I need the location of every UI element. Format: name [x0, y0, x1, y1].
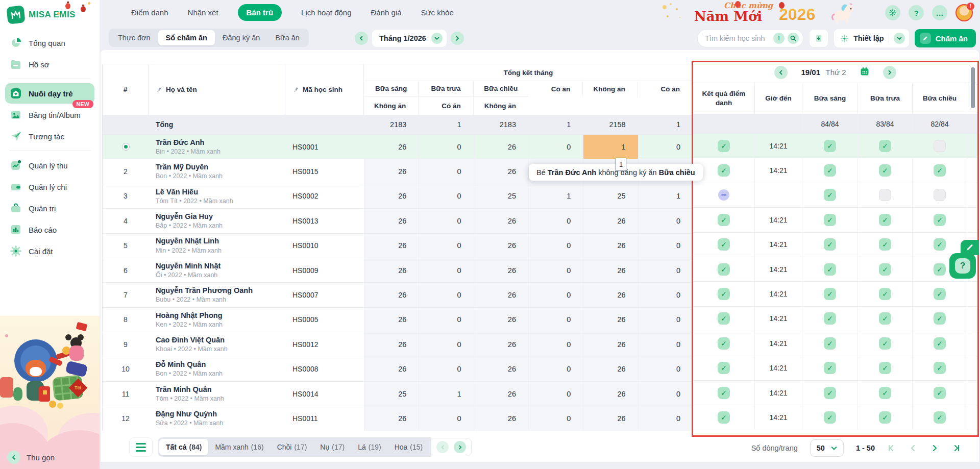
- meal-count-cell[interactable]: 26: [364, 135, 419, 159]
- check-icon[interactable]: ✓: [824, 140, 836, 152]
- sidebar-item-chart[interactable]: Quản lý thu: [5, 155, 94, 176]
- check-icon[interactable]: ✓: [718, 362, 730, 374]
- brand-logo[interactable]: MISA EMIS: [0, 0, 100, 28]
- day-row[interactable]: ✓14:21✓✓✓: [693, 405, 977, 430]
- class-tab[interactable]: Lá(19): [351, 439, 387, 455]
- meal-check-cell[interactable]: ✓: [858, 257, 913, 281]
- student-name-cell[interactable]: Nguyễn Gia HuyBắp • 2022 • Mầm xanh: [149, 209, 285, 233]
- day-row[interactable]: ✓14:21✓✓✓: [693, 257, 977, 282]
- unchecked-icon[interactable]: [934, 189, 946, 201]
- meal-check-cell[interactable]: ✓: [802, 307, 858, 331]
- apps-gear-icon[interactable]: [885, 5, 900, 20]
- table-row[interactable]: 10Đỗ Minh QuânBon • 2022 • Mầm xanhHS000…: [103, 357, 692, 381]
- check-icon[interactable]: ✓: [934, 411, 946, 424]
- nav-tab[interactable]: Sức khỏe: [421, 8, 454, 17]
- meal-count-cell[interactable]: 0: [419, 184, 473, 208]
- meal-check-cell[interactable]: ✓: [858, 405, 913, 429]
- nav-tab[interactable]: Lịch hoạt động: [301, 8, 351, 17]
- meal-count-cell[interactable]: 26: [583, 357, 638, 381]
- tabs-next-button[interactable]: [454, 441, 466, 453]
- meal-count-cell[interactable]: 26: [474, 258, 528, 282]
- sidebar-item-report[interactable]: Báo cáo: [5, 219, 94, 240]
- mark-meal-button[interactable]: Chấm ăn: [915, 29, 976, 47]
- meal-check-cell[interactable]: ✓: [858, 134, 913, 158]
- meal-count-cell[interactable]: 0: [638, 406, 693, 430]
- student-name-cell[interactable]: Nguyễn Trần Phương OanhBubu • 2022 • Mầm…: [149, 283, 285, 307]
- meal-check-cell[interactable]: ✓: [858, 381, 913, 405]
- meal-count-cell[interactable]: 26: [583, 332, 638, 356]
- meal-check-cell[interactable]: ✓: [913, 356, 967, 380]
- meal-check-cell[interactable]: ✓: [802, 405, 858, 429]
- meal-check-cell[interactable]: [858, 183, 913, 207]
- meal-check-cell[interactable]: ✓: [858, 208, 913, 232]
- student-name-cell[interactable]: Nguyễn Nhật LinhMin • 2022 • Mầm xanh: [149, 234, 285, 258]
- meal-check-cell[interactable]: ✓: [802, 356, 858, 380]
- sidebar-item-wallet[interactable]: Quản lý chi: [5, 177, 94, 197]
- meal-check-cell[interactable]: ✓: [913, 208, 967, 232]
- meal-count-cell[interactable]: 0: [419, 234, 473, 258]
- unchecked-icon[interactable]: [934, 140, 946, 152]
- check-icon[interactable]: ✓: [879, 362, 891, 374]
- sidebar-item-folder[interactable]: Hồ sơ: [5, 54, 94, 75]
- attendance-cell[interactable]: ✓: [693, 134, 755, 158]
- meal-count-cell[interactable]: 0: [638, 283, 693, 307]
- meal-check-cell[interactable]: ✓: [858, 233, 913, 257]
- meal-count-cell[interactable]: 0: [528, 406, 583, 430]
- check-icon[interactable]: ✓: [934, 337, 946, 350]
- sidebar-item-paper-plane[interactable]: Tương tác: [5, 126, 94, 146]
- meal-count-cell[interactable]: 0: [638, 135, 693, 159]
- student-name-cell[interactable]: Trần Mỹ DuyênBon • 2022 • Mầm xanh: [149, 159, 285, 183]
- check-icon[interactable]: ✓: [824, 312, 836, 325]
- minus-icon[interactable]: −: [718, 189, 729, 201]
- meal-check-cell[interactable]: ✓: [913, 331, 967, 355]
- day-row[interactable]: ✓14:21✓✓✓: [693, 331, 977, 356]
- table-row[interactable]: 5Nguyễn Nhật LinhMin • 2022 • Mầm xanhHS…: [103, 233, 692, 258]
- day-row[interactable]: ✓14:21✓✓✓: [693, 307, 977, 331]
- check-icon[interactable]: ✓: [879, 140, 891, 152]
- prev-page-button[interactable]: [909, 443, 918, 453]
- meal-count-cell[interactable]: 26: [474, 159, 528, 183]
- help-fab[interactable]: ?: [949, 253, 976, 279]
- meal-check-cell[interactable]: ✓: [858, 356, 913, 380]
- meal-count-cell[interactable]: 0: [528, 135, 583, 159]
- check-icon[interactable]: ✓: [718, 387, 730, 399]
- check-icon[interactable]: ✓: [879, 312, 891, 325]
- nav-tab[interactable]: Điểm danh: [131, 8, 168, 17]
- prev-day-button[interactable]: [774, 66, 788, 79]
- more-icon[interactable]: …: [932, 5, 947, 20]
- check-icon[interactable]: ✓: [718, 140, 730, 152]
- attendance-cell[interactable]: −: [693, 183, 755, 207]
- student-name-cell[interactable]: Cao Đình Việt QuânKhoai • 2022 • Mầm xan…: [149, 332, 285, 356]
- student-name-cell[interactable]: Nguyễn Minh NhậtỔi • 2022 • Mầm xanh: [149, 258, 285, 282]
- scrollbar-thumb[interactable]: [971, 67, 975, 108]
- day-row[interactable]: ✓14:21✓✓: [693, 134, 977, 158]
- meal-count-cell[interactable]: 0: [419, 332, 473, 356]
- sidebar-item-gear[interactable]: Cài đặt: [5, 241, 94, 261]
- meal-count-cell[interactable]: 1: [583, 135, 638, 159]
- meal-check-cell[interactable]: ✓: [802, 158, 858, 182]
- sidebar-collapse-button[interactable]: Thu gọn: [7, 451, 55, 464]
- meal-check-cell[interactable]: ✓: [802, 208, 858, 232]
- check-icon[interactable]: ✓: [718, 164, 730, 177]
- prev-month-button[interactable]: [355, 32, 368, 45]
- day-row[interactable]: ✓14:21✓✓✓: [693, 208, 977, 232]
- check-icon[interactable]: ✓: [824, 288, 836, 300]
- meal-count-cell[interactable]: 26: [474, 234, 528, 258]
- meal-count-cell[interactable]: 0: [419, 135, 473, 159]
- rows-per-page-select[interactable]: 50: [810, 439, 844, 457]
- search-icon[interactable]: [788, 33, 799, 44]
- meal-count-cell[interactable]: 26: [364, 357, 419, 381]
- meal-count-cell[interactable]: 0: [419, 357, 473, 381]
- meal-count-cell[interactable]: 0: [528, 357, 583, 381]
- check-icon[interactable]: ✓: [824, 337, 836, 350]
- meal-count-cell[interactable]: 26: [474, 357, 528, 381]
- meal-count-cell[interactable]: 0: [638, 209, 693, 233]
- student-name-cell[interactable]: Trần Minh QuânTôm • 2022 • Mầm xanh: [149, 382, 285, 406]
- day-row[interactable]: ✓14:21✓✓✓: [693, 381, 977, 405]
- chevron-down-icon[interactable]: [894, 33, 905, 44]
- export-button[interactable]: [809, 29, 828, 47]
- nav-tab[interactable]: Đánh giá: [371, 8, 402, 17]
- search-input[interactable]: [705, 34, 770, 42]
- attendance-cell[interactable]: ✓: [693, 257, 755, 281]
- student-name-cell[interactable]: Đặng Như QuỳnhSữa • 2022 • Mầm xanh: [149, 406, 285, 430]
